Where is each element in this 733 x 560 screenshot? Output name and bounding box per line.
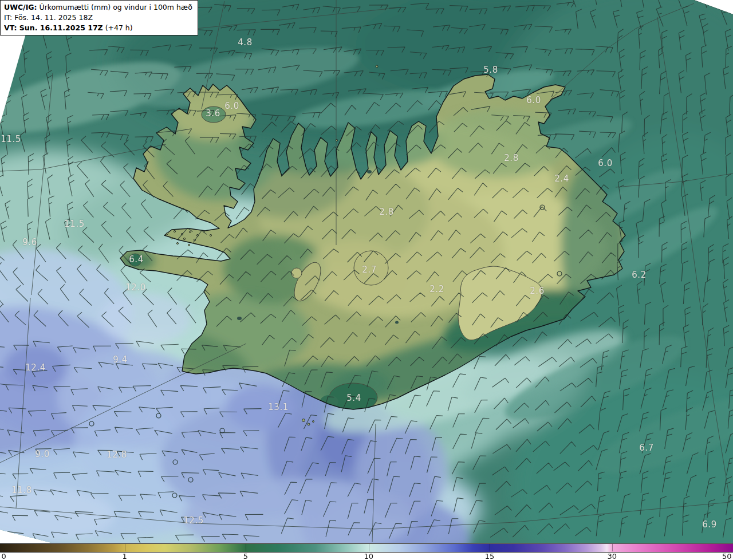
contour-label: 6.4 bbox=[129, 254, 143, 265]
contour-label: 6.9 bbox=[702, 519, 716, 530]
contour-label: 3.6 bbox=[206, 108, 220, 119]
contour-label: 6.0 bbox=[598, 158, 612, 168]
contour-label: 12.5 bbox=[183, 515, 203, 526]
contour-label: 6.0 bbox=[224, 101, 239, 111]
title-box: UWC/IG: Úrkomumætti (mm) og vindur i 100… bbox=[0, 0, 198, 36]
eiriksjokull-contour bbox=[291, 268, 302, 278]
init-time-line: IT: Fös. 14. 11. 2025 18Z bbox=[4, 13, 192, 23]
colorbar-tick-label: 10 bbox=[364, 552, 374, 560]
contour-label: 11.8 bbox=[11, 485, 31, 495]
contour-label: 2.7 bbox=[362, 265, 376, 275]
contour-label: 2.2 bbox=[429, 284, 444, 294]
colorbar-tick-label: 50 bbox=[722, 552, 732, 560]
valid-time-line: VT: Sun. 16.11.2025 17Z (+47 h) bbox=[4, 23, 192, 33]
contour-label: 2.8 bbox=[379, 207, 393, 217]
contour-label: 12.4 bbox=[25, 362, 45, 373]
colorbar-tick-label: 0 bbox=[2, 552, 6, 560]
weather-map: 4.85.86.06.03.611.52.86.02.42.811.59.66.… bbox=[0, 0, 733, 560]
contour-label: 2.4 bbox=[554, 173, 569, 184]
model-id: UWC/IG: bbox=[4, 3, 37, 11]
contour-label: 2.6 bbox=[530, 286, 544, 296]
map-canvas: 4.85.86.06.03.611.52.86.02.42.811.59.66.… bbox=[0, 0, 733, 543]
contour-label: 13.1 bbox=[268, 402, 288, 412]
contour-label: 6.0 bbox=[526, 95, 541, 105]
contour-label: 12.0 bbox=[125, 282, 145, 293]
contour-label: 9.4 bbox=[113, 354, 127, 365]
colorbar-gradient bbox=[0, 543, 733, 553]
contour-label: 11.5 bbox=[64, 219, 84, 229]
contour-label: 9.6 bbox=[22, 237, 37, 247]
colorbar-tick-label: 5 bbox=[243, 552, 248, 560]
contour-label: 5.4 bbox=[346, 393, 361, 403]
contour-label: 5.8 bbox=[483, 65, 498, 75]
colorbar-tick-label: 15 bbox=[485, 552, 495, 560]
contour-label: 11.5 bbox=[1, 134, 21, 144]
contour-label: 6.7 bbox=[639, 443, 653, 453]
contour-label: 12.8 bbox=[107, 449, 127, 460]
contour-label: 4.8 bbox=[238, 37, 252, 48]
contour-label: 6.2 bbox=[632, 270, 646, 280]
title-line-1: UWC/IG: Úrkomumætti (mm) og vindur i 100… bbox=[4, 2, 192, 13]
contour-label: 9.0 bbox=[35, 449, 49, 459]
colorbar-tick-label: 1 bbox=[122, 552, 127, 560]
colorbar: 01510153050 bbox=[0, 543, 733, 560]
contour-label: 2.8 bbox=[504, 153, 518, 163]
colorbar-tick-label: 30 bbox=[608, 552, 617, 560]
